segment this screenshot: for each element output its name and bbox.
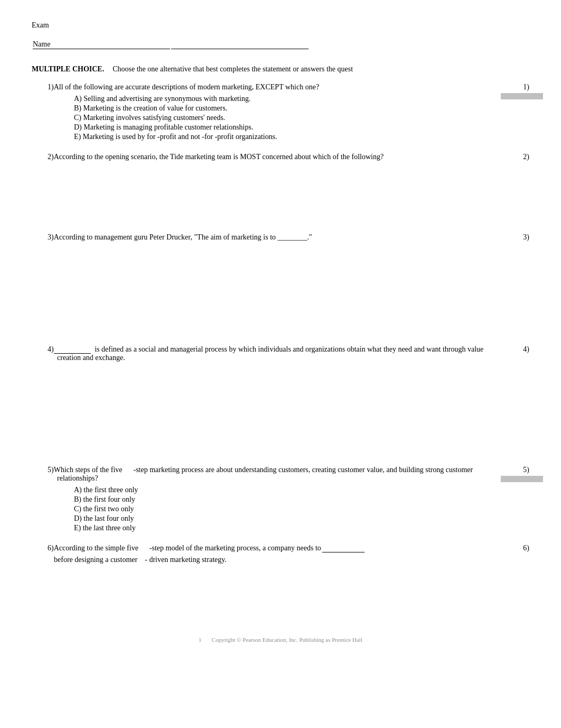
question-5-number: 5) — [498, 466, 529, 483]
footer: 1 Copyright © Pearson Education, Inc. Pu… — [32, 636, 529, 644]
question-5-choice-a: A) the first three only — [48, 486, 498, 494]
question-1: 1)All of the following are accurate desc… — [32, 83, 529, 142]
score-box-1 — [501, 93, 543, 99]
question-2-content: 2)According to the opening scenario, the… — [32, 153, 498, 228]
question-6-content: 6)According to the simple five -step mod… — [32, 544, 498, 567]
section-label: MULTIPLE CHOICE. — [32, 65, 104, 73]
section-instruction: Choose the one alternative that best com… — [113, 65, 529, 73]
question-4-number: 4) — [498, 345, 529, 354]
question-1-choice-c: C) Marketing involves satisfying custome… — [48, 114, 498, 122]
question-5-choice-d: D) the last four only — [48, 514, 498, 523]
question-1-choice-b: B) Marketing is the creation of value fo… — [48, 104, 498, 113]
question-1-number: 1) — [498, 83, 529, 100]
question-5-choice-e: E) the last three only — [48, 524, 498, 532]
question-4-text: 4) is defined as a social and managerial… — [48, 345, 498, 362]
question-3-number: 3) — [498, 233, 529, 242]
question-2-text: 2)According to the opening scenario, the… — [48, 153, 498, 161]
section-header: MULTIPLE CHOICE. Choose the one alternat… — [32, 65, 529, 73]
question-1-choice-a: A) Selling and advertising are synonymou… — [48, 95, 498, 103]
question-4: 4) is defined as a social and managerial… — [32, 345, 529, 460]
question-5-choice-c: C) the first two only — [48, 505, 498, 513]
question-3: 3)According to management guru Peter Dru… — [32, 233, 529, 340]
question-6-text: 6)According to the simple five -step mod… — [48, 544, 498, 552]
question-3-text: 3)According to management guru Peter Dru… — [48, 233, 498, 242]
question-5: 5)Which steps of the five -step marketin… — [32, 466, 529, 533]
question-1-text: 1)All of the following are accurate desc… — [48, 83, 498, 91]
question-6: 6)According to the simple five -step mod… — [32, 544, 529, 567]
question-1-choice-e: E) Marketing is used by for -profit and … — [48, 133, 498, 141]
question-4-content: 4) is defined as a social and managerial… — [32, 345, 498, 460]
question-5-content: 5)Which steps of the five -step marketin… — [32, 466, 498, 533]
exam-title: Exam — [32, 21, 529, 30]
question-5-text: 5)Which steps of the five -step marketin… — [48, 466, 498, 483]
question-2: 2)According to the opening scenario, the… — [32, 153, 529, 228]
question-3-content: 3)According to management guru Peter Dru… — [32, 233, 498, 340]
question-6-number: 6) — [498, 544, 529, 552]
footer-text: 1 Copyright © Pearson Education, Inc. Pu… — [199, 637, 362, 643]
name-underline — [171, 49, 308, 49]
question-1-content: 1)All of the following are accurate desc… — [32, 83, 498, 142]
question-1-choice-d: D) Marketing is managing profitable cust… — [48, 123, 498, 132]
question-2-number: 2) — [498, 153, 529, 161]
name-line: Name — [32, 40, 529, 49]
question-5-choice-b: B) the first four only — [48, 495, 498, 504]
question-6-text2: before designing a customer - driven mar… — [48, 556, 498, 564]
score-box-5 — [501, 476, 543, 482]
